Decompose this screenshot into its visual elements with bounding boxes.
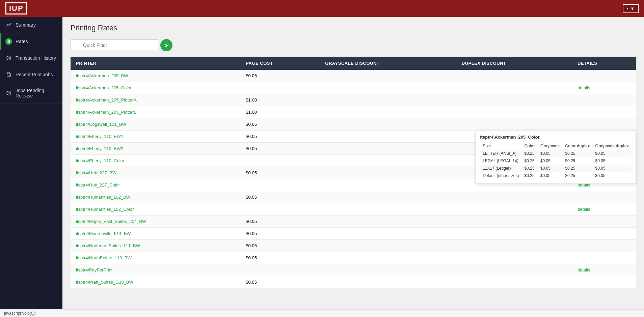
printer-link[interactable]: itsptr4\Eberly_110_BW1 <box>76 134 123 139</box>
tooltip-col-size: Size <box>480 142 521 150</box>
search-input[interactable] <box>71 39 158 51</box>
table-row: itsptr4\Ackerman_205_BW$0.05 <box>71 70 636 82</box>
sidebar-item-rates[interactable]: $ Rates <box>0 33 62 50</box>
search-go-button[interactable]: ➤ <box>160 39 172 51</box>
cell-grayscale <box>320 215 456 228</box>
cell-printer[interactable]: itsptr4\Eberly_110_BW2 <box>71 143 240 155</box>
dollar-icon: $ <box>5 38 12 45</box>
printer-link[interactable]: itsptr4\Ackerman_205_BW <box>76 73 128 78</box>
cell-duplex <box>456 203 572 215</box>
sidebar-item-jobs-pending-release[interactable]: Jobs Pending Release <box>0 83 62 104</box>
printer-link[interactable]: itsptr4\Ackerman_205_PlotterB <box>76 110 137 115</box>
cell-printer[interactable]: itsptr4\Pratt_Suites_G10_BW <box>71 276 240 288</box>
cell-grayscale <box>320 240 456 252</box>
cell-page-cost <box>240 264 320 276</box>
printer-link[interactable]: itsptr4\Humanities_102_Color <box>76 207 134 212</box>
cell-printer[interactable]: itsptr4\Humanities_102_Color <box>71 203 240 215</box>
cell-duplex <box>456 228 572 240</box>
printer-link[interactable]: itsptr4\Pratt_Suites_G10_BW <box>76 280 133 285</box>
col-header-duplex: DUPLEX DISCOUNT <box>456 57 572 70</box>
printer-link[interactable]: itsptr4\Ackerman_205_Color <box>76 85 132 90</box>
cell-printer[interactable]: itsptr4\Maple_East_Suites_204_BW <box>71 215 240 228</box>
printer-link[interactable]: itsptr4\Maple_East_Suites_204_BW <box>76 219 146 224</box>
tooltip-cell-size: 11X17 (Ledger) <box>480 165 521 172</box>
cell-printer[interactable]: itsptr4\Northern_Suites_111_BW <box>71 240 240 252</box>
cell-printer[interactable]: itsptr4\PayPerPrint <box>71 264 240 276</box>
details-link[interactable]: details <box>578 207 590 212</box>
printer-link[interactable]: itsptr4\Humanities_102_BW <box>76 195 130 200</box>
tooltip-cell-grayscale: $0.05 <box>538 150 562 157</box>
details-tooltip-popup: itsptr4\Ackerman_205_Color Size Color Gr… <box>476 130 636 184</box>
printer-link[interactable]: itsptr4\Eberly_110_Color <box>76 158 124 163</box>
table-row: itsptr4\Humanities_102_BW$0.05 <box>71 191 636 203</box>
printer-link[interactable]: itsptr4\Northern_Suites_111_BW <box>76 243 140 248</box>
cell-details[interactable]: details <box>572 82 636 94</box>
cell-printer[interactable]: itsptr4\Ackerman_205_PlotterA <box>71 94 240 106</box>
cell-duplex <box>456 70 572 82</box>
cell-printer[interactable]: itsptr4\Ackerman_205_PlotterB <box>71 106 240 118</box>
cell-grayscale <box>320 106 456 118</box>
monitor-icon: ▪ <box>627 6 628 11</box>
cell-grayscale <box>320 276 456 288</box>
tooltip-cell-color_duplex: $0.25 <box>562 172 592 179</box>
top-header: IUP ▪ ▼ <box>0 0 644 17</box>
main-layout: Summary $ Rates Transaction History <box>0 17 644 309</box>
col-header-printer[interactable]: PRINTER ↑ <box>71 57 240 70</box>
cell-page-cost: $0.05 <box>240 215 320 228</box>
search-wrapper: 🔍 <box>71 39 158 51</box>
tooltip-header-row: Size Color Grayscale Color duplex Graysc… <box>480 142 632 150</box>
cell-printer[interactable]: itsptr4\Cogswell_101_BW <box>71 118 240 131</box>
tooltip-cell-color_duplex: $0.25 <box>562 150 592 157</box>
printer-link[interactable]: itsptr4\Ackerman_205_PlotterA <box>76 97 137 103</box>
cell-grayscale <box>320 94 456 106</box>
cell-duplex <box>456 82 572 94</box>
table-row: itsptr4\Monroeville_914_BW$0.05 <box>71 228 636 240</box>
tooltip-table: Size Color Grayscale Color duplex Graysc… <box>480 142 632 179</box>
col-header-grayscale: GRAYSCALE DISCOUNT <box>320 57 456 70</box>
cell-printer[interactable]: itsptr4\NorthPointe_119_BW <box>71 252 240 264</box>
printer-link[interactable]: itsptr4\Cogswell_101_BW <box>76 122 126 127</box>
tooltip-row: Default (other sizes)$0.25$0.05$0.25$0.0… <box>480 172 632 179</box>
printer-link[interactable]: itsptr4\Hub_227_Color <box>76 182 120 188</box>
cell-grayscale <box>320 264 456 276</box>
cell-grayscale <box>320 118 456 131</box>
sidebar-item-summary[interactable]: Summary <box>0 17 62 33</box>
table-row: itsptr4\PayPerPrintdetails <box>71 264 636 276</box>
cell-printer[interactable]: itsptr4\Monroeville_914_BW <box>71 228 240 240</box>
sidebar-item-transaction-history[interactable]: Transaction History <box>0 50 62 66</box>
cell-printer[interactable]: itsptr4\Hub_227_Color <box>71 179 240 191</box>
user-dropdown[interactable]: ▪ ▼ <box>623 4 639 13</box>
cell-printer[interactable]: itsptr4\Ackerman_205_Color <box>71 82 240 94</box>
sidebar: Summary $ Rates Transaction History <box>0 17 62 309</box>
cell-duplex <box>456 118 572 131</box>
sidebar-label-jobs-pending-release: Jobs Pending Release <box>16 88 57 98</box>
table-row: itsptr4\Humanities_102_Colordetails <box>71 203 636 215</box>
printer-link[interactable]: itsptr4\PayPerPrint <box>76 267 112 272</box>
printer-link[interactable]: itsptr4\Monroeville_914_BW <box>76 231 131 236</box>
cell-page-cost: $0.05 <box>240 276 320 288</box>
content-area: Printing Rates 🔍 ➤ PRINTER ↑ PAGE COST <box>62 17 644 309</box>
printer-link[interactable]: itsptr4\NorthPointe_119_BW <box>76 255 132 260</box>
cell-printer[interactable]: itsptr4\Eberly_110_BW1 <box>71 131 240 143</box>
printer-link[interactable]: itsptr4\Hub_227_BW <box>76 170 116 175</box>
cell-page-cost: $0.05 <box>240 167 320 179</box>
details-link[interactable]: details <box>578 267 590 272</box>
cell-printer[interactable]: itsptr4\Ackerman_205_BW <box>71 70 240 82</box>
cell-page-cost <box>240 179 320 191</box>
cell-details[interactable]: details <box>572 264 636 276</box>
cell-grayscale <box>320 252 456 264</box>
cell-page-cost: $0.05 <box>240 191 320 203</box>
details-link[interactable]: details <box>578 85 590 90</box>
tooltip-cell-size: Default (other sizes) <box>480 172 521 179</box>
tooltip-cell-grayscale_duplex: $0.05 <box>593 150 632 157</box>
cell-duplex <box>456 276 572 288</box>
tooltip-cell-color: $0.25 <box>522 150 538 157</box>
cell-printer[interactable]: itsptr4\Humanities_102_BW <box>71 191 240 203</box>
cell-details <box>572 240 636 252</box>
cell-printer[interactable]: itsptr4\Eberly_110_Color <box>71 155 240 167</box>
cell-details[interactable]: details <box>572 203 636 215</box>
table-row: itsptr4\Cogswell_101_BW$0.05 <box>71 118 636 131</box>
cell-printer[interactable]: itsptr4\Hub_227_BW <box>71 167 240 179</box>
printer-link[interactable]: itsptr4\Eberly_110_BW2 <box>76 146 123 151</box>
sidebar-item-recent-print-jobs[interactable]: Recent Print Jobs <box>0 66 62 83</box>
